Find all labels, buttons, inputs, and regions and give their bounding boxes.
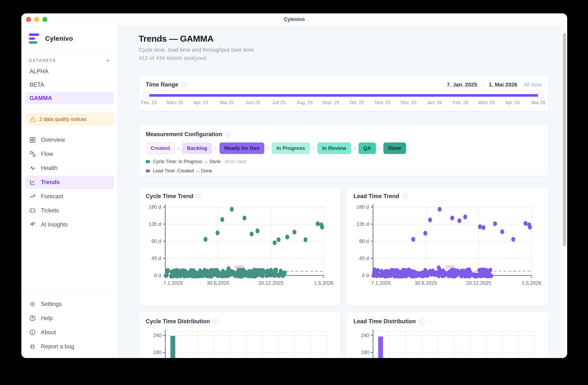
window-minimize-button[interactable]: [34, 17, 39, 22]
svg-text:0 d: 0 d: [362, 273, 369, 278]
svg-text:90 d: 90 d: [359, 238, 369, 244]
sidebar-item-label: Flow: [41, 151, 53, 157]
info-icon[interactable]: i: [213, 318, 219, 324]
distribution-plot: 240180: [354, 328, 542, 358]
sidebar-footer: SettingsHelpAboutReport a bug: [21, 294, 118, 358]
svg-text:20.12.2025: 20.12.2025: [466, 280, 491, 286]
legend-label: Cycle Time: In Progress → Done: [153, 159, 221, 164]
slider-tick-label: Nov. 25: [375, 100, 390, 105]
settings-icon: [29, 301, 36, 307]
page-subtitle: Cycle time, lead time and throughput ove…: [139, 47, 549, 53]
slider-track[interactable]: [146, 94, 542, 97]
chevron-right-icon: ›: [267, 145, 269, 151]
sidebar-item-label: Report a bug: [41, 343, 74, 350]
stage-pill-qa[interactable]: QA: [358, 142, 376, 154]
lead-time-distribution-title: Lead Time Distribution: [354, 318, 416, 325]
cycle-time-trend-card: Cycle Time Trend i P850 d45 d90 d135 d18…: [139, 186, 341, 306]
cycle-time-trend-title: Cycle Time Trend: [146, 193, 193, 200]
sidebar-item-help[interactable]: Help: [25, 312, 114, 325]
dataset-list: ALPHABETAGAMMA: [21, 64, 118, 104]
sidebar-item-label: Help: [41, 315, 53, 322]
add-dataset-button[interactable]: +: [105, 58, 110, 63]
sidebar-footer-nav: SettingsHelpAboutReport a bug: [21, 297, 118, 353]
legend-row: Lead Time: Created → Done: [146, 168, 542, 174]
svg-text:45 d: 45 d: [359, 255, 369, 261]
window-zoom-button[interactable]: [42, 17, 47, 22]
svg-text:7.1.2025: 7.1.2025: [371, 280, 391, 286]
svg-text:180 d: 180 d: [148, 204, 161, 210]
slider-tick-label: Feb. 26: [453, 100, 468, 105]
measurement-configuration-title: Measurement Configuration: [146, 131, 222, 138]
arrow-right-icon: →: [480, 82, 485, 88]
svg-text:135 d: 135 d: [356, 221, 369, 227]
distribution-charts-row: Cycle Time Distribution i 240180 Lead Ti…: [139, 312, 549, 358]
tickets-analyzed-meta: 412 of 434 tickets analyzed: [139, 55, 549, 61]
health-icon: [29, 165, 36, 172]
slider-tick-label: Mai 26: [531, 100, 545, 105]
cycle-time-distribution-title: Cycle Time Distribution: [146, 318, 210, 325]
stage-pill-created[interactable]: Created: [146, 142, 175, 154]
data-quality-notice[interactable]: 2 data quality notices: [25, 113, 114, 126]
info-icon[interactable]: i: [196, 193, 202, 199]
info-icon[interactable]: i: [419, 318, 424, 324]
traffic-lights: [26, 13, 47, 25]
distribution-plot: 240180: [146, 328, 335, 358]
datasets-section: DATASETS +: [29, 58, 110, 63]
stage-pill-done[interactable]: Done: [383, 142, 406, 154]
time-range-slider[interactable]: [146, 92, 542, 98]
trend-plot: P850 d45 d90 d135 d180 d7.1.202530.6.202…: [146, 203, 335, 299]
sidebar-item-settings[interactable]: Settings: [25, 297, 114, 311]
slider-tick-label: Dez. 25: [400, 100, 417, 105]
sidebar-item-flow[interactable]: Flow: [25, 147, 114, 161]
sidebar-item-health[interactable]: Health: [25, 161, 114, 175]
stage-pill-ready-for-dev[interactable]: Ready for Dev: [219, 142, 264, 154]
lead-time-trend-card: Lead Time Trend i P850 d45 d90 d135 d180…: [346, 186, 549, 306]
lead-time-trend-title: Lead Time Trend: [354, 193, 399, 200]
info-icon[interactable]: i: [402, 193, 408, 199]
sidebar-dataset-gamma[interactable]: GAMMA: [25, 92, 114, 104]
sidebar-item-overview[interactable]: Overview: [25, 133, 114, 147]
brand: Cylenivo: [21, 25, 118, 51]
info-icon[interactable]: i: [225, 132, 231, 137]
svg-text:20.12.2025: 20.12.2025: [258, 280, 283, 286]
info-icon[interactable]: i: [181, 82, 187, 88]
svg-text:240: 240: [153, 333, 162, 338]
slider-tick-label: Feb. 25: [141, 100, 157, 105]
sidebar-nav: OverviewFlowHealthTrendsForecastTicketsA…: [21, 133, 118, 232]
slider-tick-labels: Feb. 25März 25Apr. 25Mai 25Juni 25Juli 2…: [146, 100, 542, 107]
slider-tick-label: März 26: [478, 100, 495, 105]
trend-plot: P850 d45 d90 d135 d180 d7.1.202530.6.202…: [354, 203, 542, 299]
svg-text:135 d: 135 d: [148, 221, 161, 227]
slider-tick-label: Juni 25: [245, 100, 260, 105]
svg-text:30.6.2025: 30.6.2025: [415, 280, 437, 286]
stage-pill-in-progress[interactable]: In Progress: [272, 142, 310, 154]
help-icon: [29, 315, 36, 322]
sidebar-item-forecast[interactable]: Forecast: [25, 190, 114, 203]
slider-tick-label: Apr. 25: [193, 100, 208, 105]
sidebar-dataset-beta[interactable]: BETA: [25, 79, 114, 91]
time-range-start: 7. Jan. 2025: [447, 82, 477, 88]
all-data-button[interactable]: All data: [524, 82, 542, 88]
sidebar-item-trends[interactable]: Trends: [25, 176, 114, 189]
data-quality-notice-label: 2 data quality notices: [39, 116, 87, 122]
slider-tick-label: Juli 25: [272, 100, 285, 105]
window-close-button[interactable]: [26, 17, 31, 22]
svg-text:180 d: 180 d: [356, 204, 369, 210]
time-range-values: 7. Jan. 2025 → 1. Mai 2026 All data: [447, 82, 542, 88]
lead-time-trend-chart: P850 d45 d90 d135 d180 d7.1.202530.6.202…: [354, 203, 542, 300]
sidebar-item-tickets[interactable]: Tickets: [25, 204, 114, 217]
scrollbar-thumb[interactable]: [563, 33, 566, 246]
slider-handle-end[interactable]: [538, 92, 544, 98]
slider-tick-label: März 25: [167, 100, 183, 105]
sidebar-item-report-a-bug[interactable]: Report a bug: [25, 340, 114, 353]
stage-pill-in-review[interactable]: In Review: [317, 142, 351, 154]
stage-pill-backlog[interactable]: Backlog: [182, 142, 212, 154]
slider-handle-start[interactable]: [144, 92, 149, 98]
sidebar-dataset-alpha[interactable]: ALPHA: [25, 66, 114, 77]
svg-text:180: 180: [361, 350, 369, 355]
chevron-right-icon: ›: [379, 145, 381, 151]
sidebar-item-ai-insights[interactable]: AI Insights: [25, 218, 114, 231]
page-title: Trends — GAMMA: [139, 33, 549, 44]
sidebar-item-about[interactable]: About: [25, 326, 114, 339]
svg-text:90 d: 90 d: [151, 238, 161, 244]
